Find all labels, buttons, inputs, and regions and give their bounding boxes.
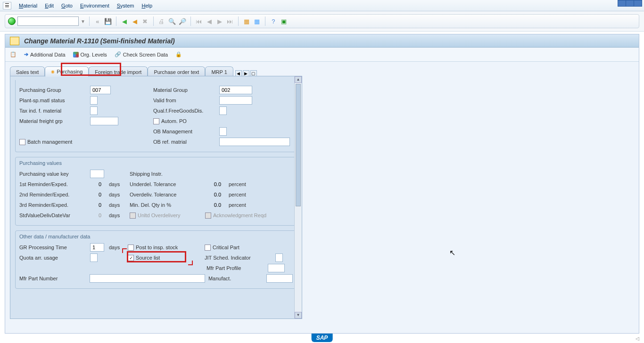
critical-part-label: Critical Part bbox=[213, 245, 239, 250]
rem2-label: 2nd Reminder/Exped. bbox=[19, 192, 90, 197]
minimize-button[interactable] bbox=[618, 0, 626, 7]
find-icon[interactable]: 🔍 bbox=[168, 17, 176, 25]
days-unit-3: days bbox=[104, 202, 130, 208]
menu-system[interactable]: System bbox=[113, 3, 138, 8]
tab-foreign-trade[interactable]: Foreign trade import bbox=[89, 66, 148, 77]
purchasing-group-field[interactable]: 007 bbox=[90, 86, 111, 94]
check-screen-data-button[interactable]: 🔗Check Screen Data bbox=[115, 51, 168, 57]
manufact-field[interactable] bbox=[266, 274, 293, 283]
shortcut-icon[interactable]: ▦ bbox=[253, 17, 261, 25]
value-key-label: Purchasing value key bbox=[19, 171, 90, 177]
close-button[interactable] bbox=[634, 0, 642, 7]
material-freight-field[interactable] bbox=[90, 117, 118, 125]
batch-mgmt-checkbox[interactable] bbox=[19, 139, 25, 145]
menu-icon[interactable]: ☰ bbox=[3, 2, 11, 9]
post-insp-checkbox[interactable] bbox=[128, 245, 134, 251]
percent-unit-1: percent bbox=[224, 181, 246, 187]
post-insp-label: Post to insp. stock bbox=[136, 245, 205, 250]
quota-label: Quota arr. usage bbox=[19, 255, 90, 261]
toolbar-container: ▼ « 💾 ◀ ◀ ✖ 🖨 🔍 🔎 ⏮ ◀ ▶ ⏭ ▦ ▦ ? ▣ bbox=[0, 11, 644, 32]
first-page-icon[interactable]: ⏮ bbox=[195, 17, 203, 25]
tax-ind-label: Tax ind. f. material bbox=[19, 108, 90, 114]
back-nav-icon[interactable]: ◀ bbox=[120, 17, 129, 25]
save-icon[interactable]: 💾 bbox=[104, 17, 112, 25]
autom-po-checkbox[interactable] bbox=[153, 118, 159, 124]
ob-ref-matrial-field[interactable] bbox=[219, 138, 290, 146]
rem3-label: 3rd Reminder/Exped. bbox=[19, 202, 90, 208]
tab-po-text[interactable]: Purchase order text bbox=[148, 66, 205, 77]
action-bar: 📋 ➔Additional Data Org. Levels 🔗Check Sc… bbox=[5, 48, 639, 62]
back-icon[interactable]: « bbox=[93, 17, 102, 25]
jit-field[interactable] bbox=[275, 253, 283, 262]
batch-mgmt-label: Batch management bbox=[27, 139, 153, 145]
cancel-icon[interactable]: ✖ bbox=[141, 17, 149, 25]
percent-unit-3: percent bbox=[224, 202, 246, 208]
vertical-scrollbar[interactable]: ▲ ▼ bbox=[294, 76, 302, 318]
ob-management-field[interactable] bbox=[219, 127, 227, 136]
ack-label: Acknowledgment Reqd bbox=[213, 212, 266, 218]
layout-icon[interactable]: ▣ bbox=[280, 17, 288, 25]
menu-goto[interactable]: Goto bbox=[58, 3, 76, 8]
qual-free-goods-label: Qual.f.FreeGoodsDis. bbox=[153, 108, 219, 114]
valid-from-label: Valid from bbox=[153, 98, 219, 103]
menu-edit[interactable]: Edit bbox=[41, 3, 58, 8]
tab-sales-text[interactable]: Sales text bbox=[10, 66, 45, 77]
qual-free-goods-field[interactable] bbox=[219, 106, 227, 115]
mfr-profile-label: Mfr Part Profile bbox=[206, 265, 268, 271]
gr-time-field[interactable]: 1 bbox=[90, 243, 104, 252]
lock-icon[interactable]: 🔒 bbox=[175, 51, 182, 57]
tab-purchasing[interactable]: Purchasing bbox=[45, 66, 89, 77]
manufact-label: Manufact. bbox=[206, 276, 266, 281]
overdeliv-value: 0.0 bbox=[205, 192, 224, 197]
next-page-icon[interactable]: ▶ bbox=[215, 17, 224, 25]
material-group-field[interactable]: 002 bbox=[219, 86, 252, 94]
help-icon[interactable]: ? bbox=[269, 17, 278, 25]
gr-time-label: GR Processing Time bbox=[19, 245, 90, 250]
title-bar: Change Material R-1310 (Semi-finished Ma… bbox=[5, 34, 639, 48]
tab-strip: Sales text Purchasing Foreign trade impo… bbox=[10, 65, 634, 77]
days-unit-1: days bbox=[104, 181, 130, 187]
scroll-down-arrow[interactable]: ▼ bbox=[295, 312, 302, 318]
valid-from-field[interactable] bbox=[219, 96, 252, 105]
org-levels-button[interactable]: Org. Levels bbox=[73, 52, 107, 57]
last-page-icon[interactable]: ⏭ bbox=[226, 17, 234, 25]
exit-icon[interactable]: ◀ bbox=[131, 17, 139, 25]
days-unit-2: days bbox=[104, 192, 130, 197]
mfr-part-num-field[interactable] bbox=[90, 274, 205, 283]
underdel-value: 0.0 bbox=[205, 181, 224, 187]
critical-part-checkbox[interactable] bbox=[205, 245, 211, 251]
menu-material[interactable]: Material bbox=[15, 3, 41, 8]
new-session-icon[interactable]: ▦ bbox=[242, 17, 251, 25]
content-panel: Purchasing Group 007 Material Group 002 … bbox=[10, 76, 302, 319]
mfr-profile-field[interactable] bbox=[268, 264, 285, 272]
overdeliv-label: Overdeliv. Tolerance bbox=[130, 192, 205, 197]
document-icon bbox=[10, 37, 19, 45]
scroll-up-arrow[interactable]: ▲ bbox=[295, 76, 302, 83]
shipping-instr-label: Shipping Instr. bbox=[130, 171, 163, 177]
tab-mrp1[interactable]: MRP 1 bbox=[205, 66, 233, 77]
menu-environment[interactable]: Environment bbox=[76, 3, 113, 8]
enter-icon[interactable] bbox=[8, 17, 16, 25]
command-field[interactable] bbox=[17, 16, 79, 26]
find-next-icon[interactable]: 🔎 bbox=[178, 17, 187, 25]
days-unit-4: days bbox=[104, 212, 130, 218]
min-del-value: 0.0 bbox=[205, 202, 224, 208]
quota-field[interactable] bbox=[90, 253, 98, 262]
print-icon[interactable]: 🖨 bbox=[157, 17, 166, 25]
prev-page-icon[interactable]: ◀ bbox=[205, 17, 214, 25]
value-key-field[interactable] bbox=[90, 170, 104, 178]
tax-ind-field[interactable] bbox=[90, 106, 98, 115]
source-list-checkbox[interactable]: ✓ bbox=[128, 255, 134, 261]
section-other-data: Other data / manufacturer data GR Proces… bbox=[15, 230, 297, 289]
window-controls bbox=[618, 0, 642, 7]
days-unit-5: days bbox=[104, 245, 128, 250]
mfr-part-num-label: Mfr Part Number bbox=[19, 276, 90, 281]
menu-help[interactable]: Help bbox=[138, 3, 156, 8]
purchasing-values-title: Purchasing values bbox=[19, 160, 293, 166]
scroll-thumb[interactable] bbox=[296, 84, 301, 206]
toggle-button[interactable]: 📋 bbox=[10, 51, 17, 57]
plant-sp-status-field[interactable] bbox=[90, 96, 98, 105]
maximize-button[interactable] bbox=[626, 0, 634, 7]
jit-label: JIT Sched. Indicator bbox=[205, 255, 275, 261]
additional-data-button[interactable]: ➔Additional Data bbox=[24, 51, 66, 57]
